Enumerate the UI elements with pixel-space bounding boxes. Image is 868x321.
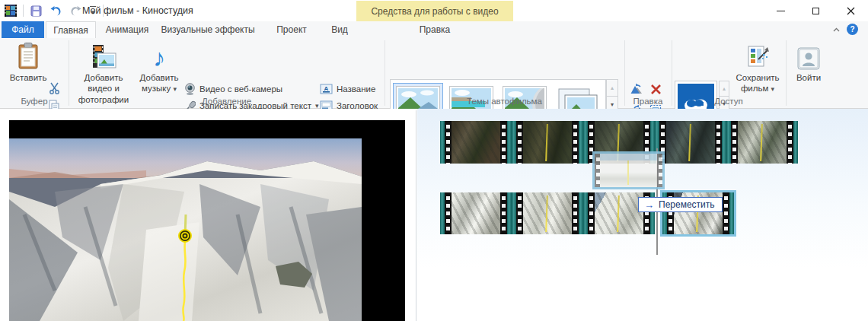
track-marker-icon: [179, 230, 191, 242]
dropdown-caret-icon: ▾: [771, 85, 775, 93]
move-tooltip: → Переместить: [638, 197, 723, 212]
tab-edit-contextual[interactable]: Правка: [356, 21, 513, 38]
ghost-thumbnail: [600, 154, 657, 187]
maximize-icon: [812, 8, 819, 14]
tab-view[interactable]: Вид: [323, 21, 356, 38]
minimize-icon: [777, 11, 785, 11]
rotate-left-icon: [630, 83, 644, 95]
sprocket-strip: [516, 121, 523, 164]
save-icon[interactable]: [28, 3, 43, 18]
webcam-icon: [184, 83, 196, 95]
sign-in-button[interactable]: Войти: [790, 41, 827, 83]
save-movie-button[interactable]: Сохранить фильм ▾: [731, 41, 784, 94]
storyboard-clip[interactable]: [512, 121, 583, 164]
add-music-button[interactable]: ♪ Добавить музыку ▾: [137, 41, 181, 94]
dropdown-caret-icon: ▾: [173, 85, 177, 93]
ribbon-tab-row: Файл Главная Анимация Визуальные эффекты…: [0, 21, 868, 38]
clip-thumbnail: [452, 121, 500, 164]
undo-icon[interactable]: [48, 3, 63, 18]
sign-in-person-icon: [797, 41, 820, 70]
divider: [23, 5, 24, 17]
paste-label: Вставить: [10, 72, 47, 83]
preview-frame-image: [9, 138, 362, 321]
add-videos-button[interactable]: Добавить видео и фотографии: [72, 41, 136, 105]
svg-text:A: A: [324, 85, 329, 92]
sprocket-strip: [723, 192, 729, 234]
sprocket-strip: [731, 121, 738, 164]
tab-animations[interactable]: Анимация: [97, 21, 157, 38]
sprocket-strip: [787, 121, 793, 164]
film-edge: [729, 192, 734, 234]
storyboard-clip[interactable]: [655, 121, 726, 164]
close-icon: [847, 7, 855, 15]
sign-in-label: Войти: [796, 72, 821, 83]
sprocket-strip: [445, 192, 452, 234]
delete-icon: [650, 84, 662, 95]
group-divider: [786, 40, 787, 106]
storyboard-pane[interactable]: → Переместить: [417, 109, 868, 321]
group-label-clipboard: Буфер: [0, 97, 69, 106]
clip-thumbnail: [452, 192, 500, 234]
redo-icon[interactable]: [68, 3, 83, 18]
window-controls: [763, 0, 868, 21]
close-button[interactable]: [833, 0, 868, 21]
clip-thumbnail: [523, 121, 572, 164]
move-arrow-icon: →: [644, 199, 654, 211]
group-label-themes: Темы автофильма: [385, 97, 624, 106]
help-icon: ?: [850, 25, 854, 33]
app-icon-graphic: [4, 4, 18, 17]
title-icon: A: [320, 84, 333, 94]
clip-thumbnail: [595, 192, 643, 234]
ghost-filmstrip: [595, 154, 662, 187]
redo-icon-graphic: [69, 5, 82, 17]
film-edge: [793, 121, 798, 164]
rotate-left-button[interactable]: [629, 81, 646, 97]
storyboard-clip[interactable]: [440, 121, 512, 164]
sprocket-strip: [657, 154, 662, 187]
pane-splitter[interactable]: [416, 110, 416, 321]
movie-maker-window: ▾ Мой фильм - Киностудия Средства для ра…: [0, 0, 868, 321]
storyboard-clip[interactable]: [512, 192, 583, 234]
share-scroll-up-icon[interactable]: ▴: [719, 81, 729, 97]
cut-button[interactable]: [46, 79, 62, 96]
title-button[interactable]: A Название: [320, 81, 375, 97]
clip-thumbnail: [738, 121, 787, 164]
video-preview[interactable]: [9, 120, 405, 321]
collapse-ribbon-button[interactable]: [830, 24, 842, 35]
clipboard-paste-icon: [18, 41, 39, 70]
clip-thumbnail: [523, 192, 572, 234]
app-icon[interactable]: [3, 3, 18, 18]
paste-button[interactable]: Вставить: [6, 41, 50, 83]
sprocket-strip: [715, 121, 722, 164]
titlebar: ▾ Мой фильм - Киностудия Средства для ра…: [0, 0, 868, 21]
move-tooltip-label: Переместить: [659, 199, 715, 210]
maximize-button[interactable]: [798, 0, 833, 21]
contextual-tools-banner: Средства для работы с видео: [356, 1, 513, 21]
storyboard-clip[interactable]: [440, 192, 512, 234]
window-title: Мой фильм - Киностудия: [82, 5, 193, 16]
storyboard-clip[interactable]: [726, 121, 798, 164]
undo-icon-graphic: [49, 5, 62, 17]
minimize-button[interactable]: [763, 0, 798, 21]
webcam-video-label: Видео с веб-камеры: [199, 84, 282, 94]
sprocket-strip: [588, 192, 595, 234]
tab-project[interactable]: Проект: [262, 21, 321, 38]
clip-thumbnail: [666, 121, 715, 164]
save-icon-graphic: [30, 5, 42, 17]
sprocket-strip: [500, 192, 507, 234]
add-videos-icon: [91, 41, 116, 70]
sprocket-strip: [595, 154, 600, 187]
gallery-scroll-up-icon[interactable]: ▴: [606, 79, 618, 97]
ribbon: Вставить Буфер: [0, 38, 868, 109]
tab-file[interactable]: Файл: [2, 21, 44, 38]
delete-button[interactable]: [647, 81, 664, 97]
webcam-video-button[interactable]: Видео с веб-камеры: [184, 81, 282, 97]
sprocket-strip: [572, 121, 579, 164]
title-label: Название: [337, 84, 375, 94]
sprocket-strip: [445, 121, 452, 164]
save-movie-icon: [745, 41, 770, 70]
tab-home[interactable]: Главная: [46, 21, 96, 38]
tab-visual-effects[interactable]: Визуальные эффекты: [158, 21, 257, 38]
dragged-clip-ghost[interactable]: [592, 151, 665, 189]
help-button[interactable]: ?: [847, 24, 858, 35]
